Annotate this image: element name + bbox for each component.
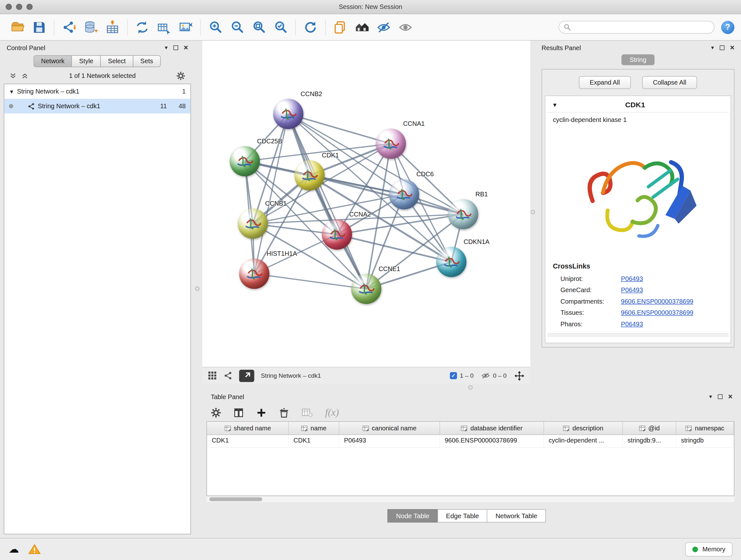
zoom-out-button[interactable] <box>226 17 248 37</box>
add-column-icon[interactable] <box>256 408 267 418</box>
checkbox-icon[interactable]: ✓ <box>450 372 457 379</box>
table-settings-gear-icon[interactable] <box>211 408 221 418</box>
network-node-cdc6[interactable] <box>389 179 419 209</box>
function-builder-button[interactable]: f(x) <box>325 407 339 419</box>
open-session-button[interactable] <box>7 17 28 37</box>
network-node-ccne1[interactable] <box>351 273 381 304</box>
network-row[interactable]: String Network – cdk1 11 48 <box>4 99 190 114</box>
swap-networks-button[interactable] <box>131 17 153 37</box>
memory-button[interactable]: Memory <box>685 542 733 556</box>
panel-float-icon[interactable] <box>173 45 178 50</box>
import-network-file-button[interactable] <box>58 17 80 37</box>
right-splitter-handle[interactable] <box>531 210 535 214</box>
panel-menu-icon[interactable]: ▾ <box>165 45 167 51</box>
network-node-cdkn1a[interactable] <box>436 247 467 277</box>
panel-close-icon[interactable]: × <box>184 44 188 52</box>
birds-eye-grid-icon[interactable] <box>208 371 217 380</box>
panel-menu-icon[interactable]: ▾ <box>709 394 712 400</box>
network-node-ccnb1[interactable] <box>238 208 268 239</box>
import-table-button[interactable] <box>102 17 123 37</box>
crosslink-link[interactable]: 9606.ENSP00000378699 <box>621 309 693 316</box>
network-and-table-button[interactable] <box>153 17 175 37</box>
tab-string[interactable]: String <box>622 54 655 65</box>
table-cell[interactable]: cyclin-dependent ... <box>544 435 623 447</box>
network-node-rb1[interactable] <box>448 199 478 229</box>
network-node-ccna1[interactable] <box>376 129 406 159</box>
tab-node-table[interactable]: Node Table <box>387 509 438 522</box>
close-window-button[interactable] <box>6 4 12 10</box>
tab-edge-table[interactable]: Edge Table <box>437 509 488 522</box>
help-button[interactable]: ? <box>721 20 734 34</box>
bottom-splitter-handle[interactable] <box>468 385 473 389</box>
network-node-cdk1[interactable] <box>294 160 325 191</box>
hide-show-button[interactable] <box>373 17 394 37</box>
maximize-window-button[interactable] <box>26 4 32 10</box>
panel-close-icon[interactable]: × <box>728 393 733 401</box>
column-header-shared-name[interactable]: shared name <box>207 422 289 435</box>
column-header-canonical-name[interactable]: canonical name <box>339 422 440 435</box>
column-header-namespac[interactable]: namespac <box>676 422 734 435</box>
export-image-button[interactable] <box>175 17 197 37</box>
pan-crosshair-icon[interactable] <box>514 370 525 381</box>
search-box[interactable] <box>558 21 715 34</box>
show-columns-icon[interactable] <box>233 408 244 418</box>
column-header-database-identifier[interactable]: database identifier <box>440 422 544 435</box>
panel-float-icon[interactable] <box>718 394 723 399</box>
crosslink-link[interactable]: P06493 <box>621 275 643 282</box>
warning-icon[interactable] <box>28 544 41 555</box>
import-network-database-button[interactable] <box>80 17 102 37</box>
minimize-window-button[interactable] <box>16 4 22 10</box>
crosslink-link[interactable]: P06493 <box>621 287 643 294</box>
table-row[interactable]: CDK1CDK1P064939606.ENSP00000378699cyclin… <box>207 435 734 448</box>
string-home-button[interactable] <box>351 17 373 37</box>
table-hscrollbar[interactable] <box>206 496 734 502</box>
gear-icon[interactable] <box>176 71 185 80</box>
tab-select[interactable]: Select <box>100 55 133 67</box>
network-overview-icon[interactable] <box>223 371 232 380</box>
table-cell[interactable]: stringdb <box>676 435 734 447</box>
cloud-icon[interactable]: ☁ <box>9 544 19 555</box>
network-node-ccna2[interactable] <box>322 219 352 250</box>
results-hscrollbar[interactable] <box>547 333 729 337</box>
table-cell[interactable]: CDK1 <box>207 435 289 447</box>
preview-button[interactable] <box>395 17 416 37</box>
expand-all-button[interactable]: Expand All <box>579 76 631 89</box>
search-input[interactable] <box>574 23 710 31</box>
network-node-cdc25b[interactable] <box>230 146 260 177</box>
delete-column-icon[interactable] <box>279 408 289 418</box>
tab-network[interactable]: Network <box>33 55 72 67</box>
delete-table-icon[interactable] <box>301 408 313 418</box>
save-session-button[interactable] <box>28 17 50 37</box>
crosslink-link[interactable]: 9606.ENSP00000378699 <box>621 298 693 305</box>
panel-close-icon[interactable]: × <box>730 44 734 52</box>
tab-style[interactable]: Style <box>71 55 101 67</box>
disclosure-triangle-icon[interactable]: ▼ <box>9 89 14 95</box>
tab-network-table[interactable]: Network Table <box>487 509 546 522</box>
scrollbar-thumb[interactable] <box>209 497 262 501</box>
refresh-button[interactable] <box>300 17 321 37</box>
zoom-selected-button[interactable] <box>270 17 292 37</box>
left-splitter-handle[interactable] <box>195 287 199 291</box>
tab-sets[interactable]: Sets <box>133 55 160 67</box>
column-header-name[interactable]: name <box>289 422 339 435</box>
zoom-fit-button[interactable] <box>248 17 270 37</box>
network-node-ccnb2[interactable] <box>273 99 304 129</box>
section-collapse-icon[interactable]: ▼ <box>552 102 558 108</box>
clone-network-button[interactable] <box>329 17 351 37</box>
network-collection-row[interactable]: ▼ String Network – cdk1 1 <box>4 84 190 99</box>
network-view[interactable]: CCNB2CCNA1CDC25BCDK1CDC6RB1CCNB1CCNA2CDK… <box>202 41 530 367</box>
table-cell[interactable]: 9606.ENSP00000378699 <box>440 435 544 447</box>
table-cell[interactable]: P06493 <box>339 435 440 447</box>
crosslink-link[interactable]: P06493 <box>621 320 643 327</box>
collapse-all-icon[interactable] <box>10 72 17 79</box>
collapse-all-button[interactable]: Collapse All <box>642 76 697 89</box>
network-node-hist1h1a[interactable] <box>239 259 269 289</box>
detach-view-button[interactable] <box>239 369 254 382</box>
panel-menu-icon[interactable]: ▾ <box>711 45 714 51</box>
zoom-in-button[interactable] <box>205 17 226 37</box>
table-cell[interactable]: stringdb:9... <box>623 435 676 447</box>
panel-float-icon[interactable] <box>720 45 724 50</box>
table-cell[interactable]: CDK1 <box>289 435 339 447</box>
column-header--id[interactable]: @id <box>623 422 676 435</box>
column-header-description[interactable]: description <box>544 422 623 435</box>
